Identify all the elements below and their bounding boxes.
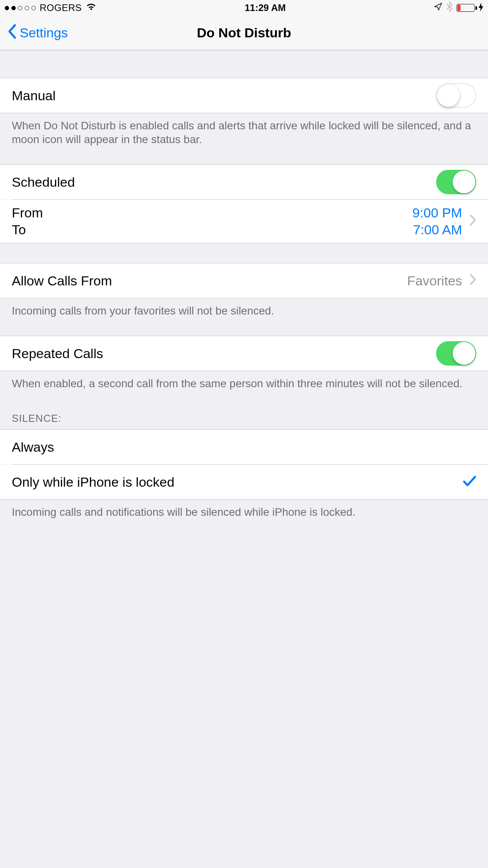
silence-option-locked[interactable]: Only while iPhone is locked [0,465,488,499]
page-title: Do Not Disturb [0,25,488,40]
to-label: To [12,222,26,237]
allow-calls-group: Allow Calls From Favorites [0,263,488,298]
back-label: Settings [20,25,68,40]
allow-calls-footer: Incoming calls from your favorites will … [0,298,488,318]
allow-calls-cell[interactable]: Allow Calls From Favorites [0,263,488,298]
group-spacer [0,146,488,164]
manual-footer: When Do Not Disturb is enabled calls and… [0,113,488,146]
repeated-calls-group: Repeated Calls [0,336,488,371]
silence-locked-label: Only while iPhone is locked [12,474,463,490]
manual-toggle[interactable] [436,83,476,108]
repeated-calls-footer: When enabled, a second call from the sam… [0,371,488,390]
status-bar: ROGERS 11:29 AM [0,0,488,16]
scheduled-cell[interactable]: Scheduled [0,165,488,199]
back-button[interactable]: Settings [0,24,68,42]
from-label: From [12,205,43,221]
charging-icon [479,3,483,13]
from-value: 9:00 PM [412,205,462,221]
repeated-calls-toggle[interactable] [436,341,476,366]
group-spacer [0,243,488,263]
silence-group: Always Only while iPhone is locked [0,429,488,500]
repeated-calls-label: Repeated Calls [12,346,436,361]
manual-label: Manual [12,88,436,103]
status-left: ROGERS [5,2,97,13]
silence-header: SILENCE: [0,412,488,429]
bluetooth-icon [446,2,453,14]
status-right [434,2,483,14]
battery-icon [457,3,483,13]
manual-cell[interactable]: Manual [0,78,488,113]
scheduled-label: Scheduled [12,175,436,190]
repeated-calls-cell[interactable]: Repeated Calls [0,336,488,371]
allow-calls-value: Favorites [407,273,462,289]
silence-always-label: Always [12,440,476,455]
nav-bar: Settings Do Not Disturb [0,16,488,50]
signal-strength-icon [5,6,36,10]
group-spacer [0,50,488,78]
manual-group: Manual [0,78,488,113]
chevron-left-icon [7,24,17,42]
carrier-label: ROGERS [40,2,82,13]
allow-calls-label: Allow Calls From [12,273,407,289]
status-time: 11:29 AM [97,2,434,13]
wifi-icon [86,2,97,13]
chevron-right-icon [469,214,476,229]
scheduled-group: Scheduled From 9:00 PM To 7:00 AM [0,164,488,243]
group-spacer [0,390,488,412]
silence-option-always[interactable]: Always [0,430,488,464]
checkmark-icon [463,474,476,490]
chevron-right-icon [469,273,476,289]
scheduled-toggle[interactable] [436,170,476,194]
to-value: 7:00 AM [413,222,462,237]
group-spacer [0,318,488,336]
location-icon [434,2,442,13]
schedule-time-cell[interactable]: From 9:00 PM To 7:00 AM [0,200,488,243]
silence-footer: Incoming calls and notifications will be… [0,500,488,519]
